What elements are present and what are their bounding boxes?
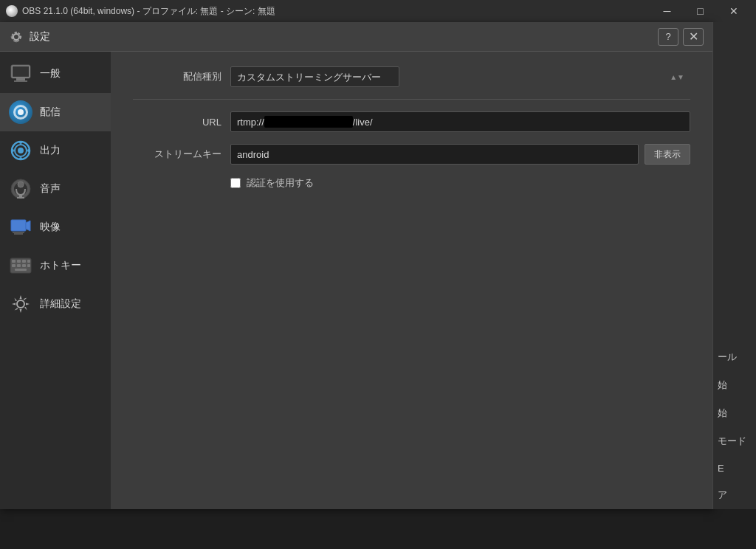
sidebar-general-label: 一般 [40, 67, 61, 80]
output-icon [9, 139, 32, 162]
settings-title-text: 設定 [30, 30, 658, 44]
sidebar-audio-label: 音声 [40, 182, 61, 196]
title-bar-text: OBS 21.1.0 (64bit, windows) - プロファイル: 無題… [22, 5, 650, 18]
audio-icon [9, 177, 32, 201]
sidebar-stream-label: 配信 [40, 106, 61, 119]
svg-rect-26 [12, 264, 16, 267]
gear-icon [9, 30, 24, 44]
right-panel: ール 始 始 モード E ア [712, 22, 756, 509]
stream-key-row: ストリームキー 非表示 [133, 144, 690, 165]
sidebar-advanced-label: 詳細設定 [40, 297, 81, 311]
sidebar-item-video[interactable]: 映像 [0, 208, 111, 246]
svg-rect-29 [15, 269, 27, 271]
hide-stream-key-button[interactable]: 非表示 [645, 144, 690, 165]
video-icon [9, 215, 32, 239]
svg-rect-28 [22, 264, 26, 267]
stream-icon [9, 100, 32, 124]
svg-point-15 [18, 182, 24, 187]
auth-checkbox[interactable] [230, 178, 241, 188]
svg-rect-3 [13, 66, 29, 77]
svg-point-11 [11, 149, 14, 152]
stream-type-label: 配信種別 [133, 70, 221, 83]
right-panel-item-5[interactable]: ア [713, 481, 756, 509]
svg-rect-21 [14, 233, 23, 235]
sidebar-item-output[interactable]: 出力 [0, 131, 111, 170]
svg-rect-5 [14, 80, 27, 82]
maximize-button[interactable]: □ [684, 0, 717, 22]
url-suffix: /live/ [353, 117, 373, 128]
svg-rect-27 [17, 264, 21, 267]
settings-dialog: 設定 ? ✕ 一般 [0, 22, 712, 509]
title-bar-buttons: ─ □ ✕ [650, 0, 750, 22]
title-bar: OBS 21.1.0 (64bit, windows) - プロファイル: 無題… [0, 0, 756, 22]
sidebar: 一般 配信 [0, 52, 111, 509]
svg-rect-31 [27, 264, 30, 267]
select-arrow-icon: ▲▼ [670, 73, 684, 81]
svg-rect-16 [19, 195, 22, 197]
help-button[interactable]: ? [658, 28, 678, 46]
svg-rect-4 [16, 78, 25, 80]
svg-rect-17 [17, 197, 24, 198]
sidebar-item-general[interactable]: 一般 [0, 55, 111, 93]
advanced-icon [9, 292, 32, 316]
stream-type-select[interactable]: カスタムストリーミングサーバーTwitchYouTube [230, 66, 399, 87]
settings-body: 一般 配信 [0, 52, 712, 509]
svg-rect-23 [12, 260, 16, 263]
url-input[interactable]: rtmp:// /live/ [230, 111, 690, 132]
auth-checkbox-row: 認証を使用する [133, 176, 690, 190]
stream-key-input[interactable] [230, 144, 639, 165]
svg-rect-18 [11, 220, 26, 231]
svg-point-12 [27, 149, 30, 152]
auth-checkbox-wrapper[interactable]: 認証を使用する [230, 176, 314, 190]
app-icon [6, 5, 18, 17]
settings-close-button[interactable]: ✕ [683, 28, 704, 46]
settings-icon [9, 30, 24, 44]
url-label: URL [133, 117, 221, 128]
sidebar-output-label: 出力 [40, 144, 61, 157]
url-prefix: rtmp:// [237, 117, 264, 128]
stream-type-row: 配信種別 カスタムストリーミングサーバーTwitchYouTube ▲▼ [133, 66, 690, 87]
svg-rect-30 [27, 260, 30, 263]
divider [133, 99, 690, 100]
right-panel-item-0[interactable]: ール [713, 343, 756, 371]
svg-rect-20 [13, 232, 24, 233]
sidebar-video-label: 映像 [40, 221, 61, 234]
url-row: URL rtmp:// /live/ [133, 111, 690, 132]
auth-checkbox-label: 認証を使用する [247, 176, 314, 190]
content-area: 配信種別 カスタムストリーミングサーバーTwitchYouTube ▲▼ URL… [111, 52, 712, 509]
stream-type-select-wrapper: カスタムストリーミングサーバーTwitchYouTube ▲▼ [230, 66, 690, 87]
svg-point-8 [18, 148, 24, 153]
stream-key-label: ストリームキー [133, 148, 221, 161]
svg-marker-19 [26, 221, 30, 231]
sidebar-item-audio[interactable]: 音声 [0, 170, 111, 208]
sidebar-item-advanced[interactable]: 詳細設定 [0, 285, 111, 323]
settings-title-bar: 設定 ? ✕ [0, 22, 712, 52]
svg-point-32 [17, 300, 24, 308]
hotkey-icon [9, 254, 32, 277]
sidebar-item-stream[interactable]: 配信 [0, 93, 111, 131]
svg-rect-25 [22, 260, 26, 263]
sidebar-hotkey-label: ホトキー [40, 259, 81, 272]
stream-key-input-group: 非表示 [230, 144, 690, 165]
svg-rect-24 [17, 260, 21, 263]
general-icon [9, 62, 32, 86]
right-panel-item-4[interactable]: E [713, 455, 756, 481]
right-panel-spacer [713, 22, 756, 343]
close-window-button[interactable]: ✕ [717, 0, 750, 22]
sidebar-item-hotkey[interactable]: ホトキー [0, 246, 111, 285]
svg-point-10 [19, 157, 22, 160]
url-redacted [264, 116, 353, 128]
right-panel-item-2[interactable]: 始 [713, 399, 756, 427]
svg-point-9 [19, 141, 22, 144]
right-panel-item-3[interactable]: モード [713, 427, 756, 455]
svg-point-0 [13, 34, 19, 40]
minimize-button[interactable]: ─ [650, 0, 684, 22]
right-panel-item-1[interactable]: 始 [713, 371, 756, 399]
